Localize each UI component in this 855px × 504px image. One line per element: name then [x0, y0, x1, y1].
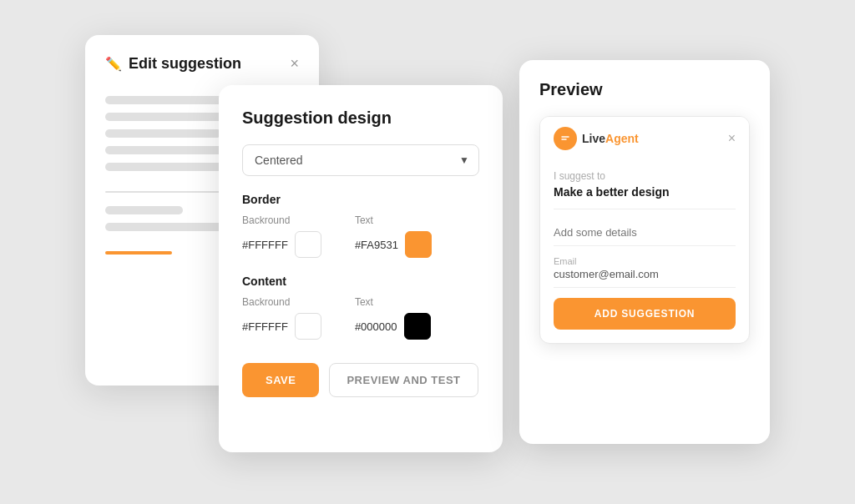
- widget-email-value: customer@email.com: [554, 268, 736, 288]
- preview-title: Preview: [539, 80, 750, 99]
- border-bg-input-row: #FFFFFF: [242, 231, 321, 258]
- liveagent-logo-icon: [554, 127, 577, 150]
- content-text-item: Text #000000: [355, 296, 431, 340]
- chat-bubble-icon: [559, 132, 572, 145]
- content-section-label: Content: [242, 275, 479, 288]
- border-text-item: Text #FA9531: [355, 214, 432, 258]
- border-color-row: Backround #FFFFFF Text #FA9531: [242, 214, 479, 258]
- border-text-label: Text: [355, 214, 432, 226]
- widget-suggestion-value: Make a better design: [554, 185, 736, 209]
- edit-suggestion-title: Edit suggestion: [129, 55, 241, 73]
- content-text-input-row: #000000: [355, 313, 431, 340]
- close-back-button[interactable]: ×: [290, 55, 299, 73]
- suggestion-design-card: Suggestion design Centered Left Right ▼ …: [219, 85, 503, 452]
- layout-dropdown-wrapper[interactable]: Centered Left Right ▼: [242, 144, 479, 176]
- widget-suggest-label: I suggest to: [554, 170, 736, 182]
- logo-live: Live: [582, 132, 605, 145]
- liveagent-logo: LiveAgent: [554, 127, 639, 150]
- border-bg-swatch[interactable]: [295, 231, 321, 258]
- content-bg-label: Backround: [242, 296, 321, 308]
- border-text-hex: #FA9531: [355, 239, 398, 251]
- logo-agent: Agent: [605, 132, 639, 145]
- content-color-row: Backround #FFFFFF Text #000000: [242, 296, 479, 340]
- svg-point-0: [559, 133, 571, 144]
- save-button[interactable]: SAVE: [242, 363, 319, 397]
- card-back-header: ✏️ Edit suggestion ×: [105, 55, 299, 73]
- border-bg-label: Backround: [242, 214, 321, 226]
- border-section-label: Border: [242, 193, 479, 206]
- content-bg-input-row: #FFFFFF: [242, 313, 321, 340]
- widget-email-label: Email: [554, 256, 736, 266]
- suggestion-design-title: Suggestion design: [242, 108, 479, 128]
- widget-details-input[interactable]: [554, 219, 736, 246]
- add-suggestion-button[interactable]: ADD SUGGESTION: [554, 298, 736, 330]
- pencil-icon: ✏️: [105, 56, 122, 72]
- scene: ✏️ Edit suggestion × Suggestion design C…: [85, 35, 770, 469]
- widget-close-button[interactable]: ×: [728, 131, 736, 146]
- skeleton-orange-bar: [105, 251, 172, 255]
- content-text-label: Text: [355, 296, 431, 308]
- liveagent-logo-text: LiveAgent: [582, 132, 639, 145]
- liveagent-widget: LiveAgent × I suggest to Make a better d…: [539, 116, 750, 344]
- preview-and-test-button[interactable]: PREVIEW AND TEST: [329, 363, 478, 397]
- content-background-item: Backround #FFFFFF: [242, 296, 321, 340]
- border-text-input-row: #FA9531: [355, 231, 432, 258]
- border-text-swatch[interactable]: [405, 231, 432, 258]
- content-text-swatch[interactable]: [404, 313, 431, 340]
- card-footer: SAVE PREVIEW AND TEST: [242, 363, 479, 397]
- widget-body: I suggest to Make a better design Email …: [540, 160, 749, 343]
- layout-dropdown[interactable]: Centered Left Right: [242, 144, 479, 176]
- border-bg-hex: #FFFFFF: [242, 239, 288, 251]
- preview-card: Preview LiveAgent × I sugg: [519, 60, 770, 444]
- widget-header: LiveAgent ×: [540, 117, 749, 160]
- content-text-hex: #000000: [355, 320, 397, 333]
- content-bg-hex: #FFFFFF: [242, 320, 288, 333]
- skeleton-line: [105, 206, 183, 214]
- content-bg-swatch[interactable]: [295, 313, 321, 340]
- skeleton-line: [105, 129, 221, 138]
- border-background-item: Backround #FFFFFF: [242, 214, 321, 258]
